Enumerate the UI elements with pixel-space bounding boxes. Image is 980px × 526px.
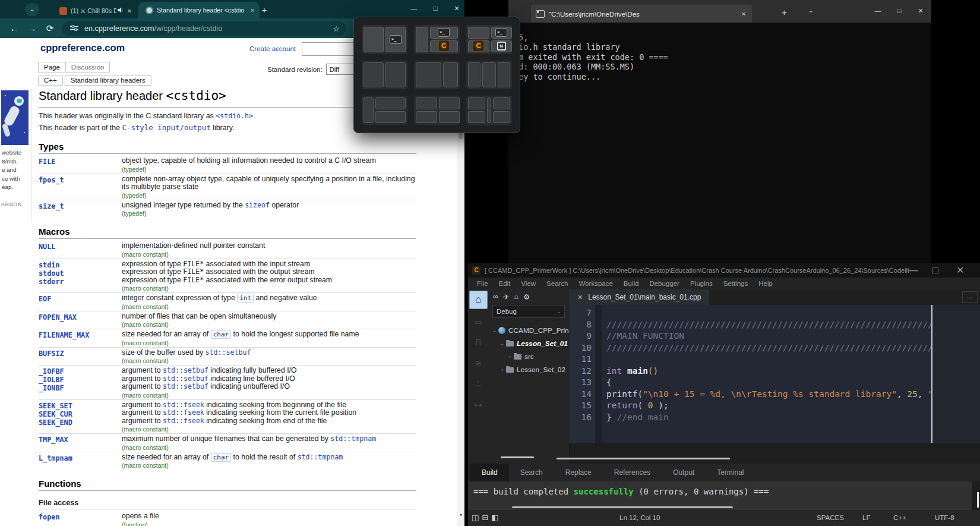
browser-tab-music[interactable]: (1) ⚔ Chill 80s Dark Fantas ✕ — [57, 3, 137, 18]
snap-zone[interactable] — [487, 97, 492, 123]
inline-code-link[interactable]: std::fseek — [163, 417, 204, 425]
back-button[interactable]: ← — [8, 23, 20, 34]
output-hscrollbar[interactable] — [512, 506, 733, 508]
terminal-tab[interactable]: "C:\Users\jricm\OneDrive\Des ✕ — [531, 5, 752, 23]
new-tab-button[interactable]: + — [258, 4, 271, 17]
outline-icon[interactable]: ∴ — [472, 379, 484, 389]
menu-build[interactable]: Build — [618, 280, 644, 287]
split-view-icon[interactable]: ◫ — [472, 510, 479, 525]
inline-code-link[interactable]: std::tmpnam — [330, 434, 376, 443]
snap-zone[interactable]: >_ — [385, 27, 406, 52]
snap-zone[interactable] — [493, 111, 510, 123]
snap-zone[interactable] — [493, 97, 510, 109]
symbol-link[interactable]: EOF — [39, 295, 122, 303]
minimize-button[interactable]: — — [403, 0, 425, 18]
build-config-dropdown[interactable]: Debug ⌄ — [492, 305, 565, 318]
symbol-link[interactable]: _IOLBF — [39, 376, 122, 384]
inline-code-link[interactable]: std::fseek — [163, 401, 204, 409]
code-line[interactable]: 15return( 0 ); — [569, 400, 980, 412]
snap-zone[interactable] — [363, 62, 384, 88]
symbol-link[interactable]: stdout — [39, 269, 122, 278]
pane-tab-build[interactable]: Build — [470, 464, 509, 481]
pane-tab-search[interactable]: Search — [509, 464, 554, 481]
menu-settings[interactable]: Settings — [718, 280, 754, 287]
tree-item-src[interactable]: ›src — [488, 350, 569, 363]
code-line[interactable]: 8///////////////////////////////////////… — [569, 319, 980, 331]
tree-chevron-icon[interactable]: ⌄ — [498, 341, 506, 347]
snap-zone[interactable] — [439, 111, 460, 123]
tree-chevron-icon[interactable]: › — [498, 367, 506, 373]
pane-tab-terminal[interactable]: Terminal — [706, 464, 755, 481]
scroll-down-arrow-icon[interactable]: ▾ — [457, 512, 464, 518]
tab-overflow-button[interactable]: … — [962, 291, 978, 303]
symbol-link[interactable]: fopen — [39, 513, 122, 521]
snap-zone[interactable]: C — [430, 40, 458, 52]
code-line[interactable]: 11 — [569, 354, 980, 366]
snap-zone[interactable] — [375, 97, 406, 109]
menu-debugger[interactable]: Debugger — [644, 280, 685, 287]
symbol-link[interactable]: _IOFBF — [39, 367, 122, 376]
wiki-nav-tab[interactable]: Discussion — [65, 62, 110, 73]
snap-zone[interactable] — [468, 27, 489, 39]
code-line[interactable]: 10//////////////////////////////////////… — [569, 342, 980, 354]
git-branch-icon[interactable]: ⊶ — [472, 400, 484, 410]
snap-layout-tile[interactable] — [362, 96, 407, 125]
maximize-button[interactable]: □ — [889, 0, 910, 23]
snap-zone[interactable] — [375, 111, 406, 123]
inline-code-link[interactable]: <stdio.h> — [216, 112, 253, 120]
inline-code-link[interactable]: std::setbuf — [206, 348, 251, 357]
code-editor[interactable]: 78//////////////////////////////////////… — [569, 305, 980, 443]
symbol-link[interactable]: stderr — [39, 278, 122, 286]
inline-code-link[interactable]: std::setbuf — [163, 382, 208, 390]
create-account-link[interactable]: Create account — [249, 45, 296, 52]
symbol-link[interactable]: TMP_MAX — [39, 436, 122, 444]
menu-file[interactable]: File — [472, 280, 494, 287]
folder-icon[interactable]: ▭ — [472, 317, 484, 326]
minimize-button[interactable]: — — [909, 263, 932, 278]
snap-zone[interactable] — [439, 97, 460, 109]
inline-code-link[interactable]: std::fseek — [163, 408, 204, 417]
url-bar[interactable]: en.cppreference.com/w/cpp/header/cstdio … — [62, 21, 346, 36]
split-view-icon[interactable]: ◧ — [491, 510, 498, 525]
menu-workspace[interactable]: Workspace — [574, 280, 618, 287]
tab-close-icon[interactable]: ✕ — [248, 7, 257, 14]
inline-code-link[interactable]: std::setbuf — [163, 366, 208, 374]
snap-layout-tile[interactable] — [466, 96, 512, 125]
code-line[interactable]: 12int main() — [569, 366, 980, 377]
editor-hscrollbar[interactable] — [557, 458, 730, 459]
snap-layout-tile[interactable] — [466, 61, 512, 90]
wrench-icon[interactable]: ⚙ — [523, 292, 530, 301]
snap-zone[interactable]: N — [491, 40, 513, 52]
pane-tab-references[interactable]: References — [603, 464, 662, 481]
terminal-menu-chevron-icon[interactable]: ⌄ — [808, 7, 813, 14]
terminal-output[interactable]: 5,io.h standard librarym exited with exi… — [508, 23, 931, 263]
symbol-link[interactable]: fpos_t — [39, 176, 122, 184]
send-icon[interactable]: ✈ — [503, 292, 509, 301]
symbol-link[interactable]: SEEK_END — [39, 418, 122, 427]
reload-button[interactable]: ⟳ — [44, 23, 56, 34]
tree-item-lesson_set_02[interactable]: ›Lesson_Set_02 — [488, 363, 569, 376]
tab-close-icon[interactable]: ✕ — [739, 11, 748, 17]
menu-edit[interactable]: Edit — [494, 280, 516, 287]
close-button[interactable]: ✕ — [956, 263, 980, 278]
sidebar-ad[interactable]: website8/mth.e andce witheap. ARBON — [0, 89, 31, 221]
symbol-link[interactable]: stdin — [39, 261, 122, 269]
snap-zone[interactable] — [468, 62, 480, 88]
snap-layout-tile[interactable]: C>_N — [466, 25, 512, 54]
bookmark-star-icon[interactable]: ☆ — [333, 24, 340, 33]
symbol-link[interactable]: FILENAME_MAX — [39, 331, 122, 339]
snap-layout-tile[interactable]: >_ — [362, 25, 407, 54]
brackets-icon[interactable]: Π — [472, 338, 484, 347]
audio-speaker-icon[interactable] — [118, 7, 124, 14]
menu-search[interactable]: Search — [541, 280, 573, 287]
tab-search-button[interactable]: ⌄ — [25, 3, 39, 16]
symbol-link[interactable]: SEEK_CUR — [39, 410, 122, 418]
pane-tab-replace[interactable]: Replace — [554, 464, 603, 481]
build-output[interactable]: === build completed successfully (0 erro… — [468, 481, 972, 510]
output-vscrollbar[interactable] — [977, 492, 979, 508]
snap-zone[interactable] — [416, 62, 441, 88]
snap-zone[interactable] — [363, 27, 384, 52]
wiki-nav-tab[interactable]: Page — [38, 62, 66, 73]
tree-item-ccamd_cpp_prin[interactable]: ⌄CCAMD_CPP_Prin — [488, 324, 569, 337]
site-settings-icon[interactable] — [70, 24, 78, 33]
